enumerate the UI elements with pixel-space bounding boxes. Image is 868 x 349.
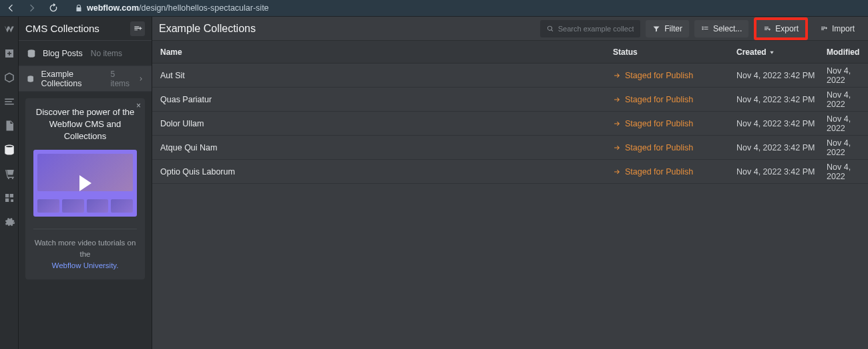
- search-box[interactable]: [540, 20, 640, 37]
- collection-name: Example Collections: [41, 70, 102, 88]
- filter-icon: [652, 25, 660, 33]
- cell-created: Nov 4, 2022 3:42 PM: [736, 119, 827, 128]
- chevron-right-icon: [138, 76, 144, 82]
- checklist-icon: [701, 25, 709, 33]
- export-icon: [763, 25, 771, 33]
- play-icon: [79, 175, 91, 191]
- select-label: Select...: [713, 24, 742, 33]
- browser-chrome: webflow.com/design/hellohellos-spectacul…: [0, 0, 868, 17]
- cell-name: Optio Quis Laborum: [159, 167, 613, 177]
- export-highlight: Export: [754, 17, 808, 40]
- rail-add[interactable]: [3, 47, 15, 60]
- lock-icon: [75, 4, 83, 12]
- cell-status: Staged for Publish: [613, 95, 736, 104]
- col-status[interactable]: Status: [613, 47, 736, 57]
- rail-assets[interactable]: [3, 192, 15, 204]
- close-icon[interactable]: ×: [136, 101, 141, 110]
- promo-footer-text: Watch more video tutorials on the: [35, 239, 136, 258]
- cell-status: Staged for Publish: [613, 143, 736, 152]
- cell-name: Aut Sit: [159, 71, 613, 80]
- tool-rail: [0, 17, 19, 349]
- cell-modified: Nov 4, 2022: [827, 90, 861, 109]
- export-button[interactable]: Export: [756, 20, 805, 37]
- promo-link[interactable]: Webflow University.: [52, 261, 119, 269]
- grid-body: Aut Sit Staged for Publish Nov 4, 2022 3…: [152, 64, 868, 184]
- back-icon[interactable]: [5, 3, 16, 13]
- cell-created: Nov 4, 2022 3:42 PM: [736, 71, 827, 80]
- collection-row[interactable]: Blog Posts No items: [19, 41, 152, 66]
- cell-name: Atque Qui Nam: [159, 143, 613, 152]
- table-row[interactable]: Optio Quis Laborum Staged for Publish No…: [152, 160, 868, 184]
- collections-list: Blog Posts No items Example Collections …: [19, 41, 152, 92]
- col-created-label: Created: [736, 47, 767, 57]
- add-collection-button[interactable]: [130, 21, 145, 36]
- left-panel: CMS Collections Blog Posts No items Exam…: [19, 17, 152, 349]
- collection-meta: No items: [91, 49, 122, 58]
- rail-components[interactable]: [3, 72, 15, 84]
- cell-created: Nov 4, 2022 3:42 PM: [736, 143, 827, 152]
- import-button[interactable]: Import: [813, 20, 861, 37]
- rail-pages[interactable]: [3, 120, 15, 132]
- url-bar[interactable]: webflow.com/design/hellohellos-spectacul…: [75, 3, 269, 13]
- database-icon: [27, 74, 34, 84]
- import-label: Import: [832, 24, 855, 33]
- col-name[interactable]: Name: [159, 47, 613, 57]
- url-domain: webflow.com: [87, 3, 139, 13]
- rail-logo[interactable]: [3, 23, 15, 35]
- rail-settings[interactable]: [3, 216, 15, 228]
- cell-modified: Nov 4, 2022: [827, 162, 861, 181]
- panel-title: CMS Collections: [25, 23, 99, 34]
- url-path: /design/hellohellos-spectacular-site: [139, 3, 269, 13]
- import-icon: [820, 25, 828, 33]
- arrow-right-icon: [613, 72, 621, 80]
- arrow-right-icon: [613, 120, 621, 128]
- arrow-right-icon: [613, 168, 621, 176]
- cell-created: Nov 4, 2022 3:42 PM: [736, 95, 827, 104]
- cell-name: Quas Pariatur: [159, 95, 613, 104]
- collection-name: Blog Posts: [43, 49, 83, 58]
- rail-navigator[interactable]: [3, 96, 15, 108]
- table-row[interactable]: Aut Sit Staged for Publish Nov 4, 2022 3…: [152, 64, 868, 88]
- cell-status: Staged for Publish: [613, 119, 736, 128]
- database-icon: [27, 49, 36, 58]
- promo-video[interactable]: [33, 150, 137, 217]
- filter-button[interactable]: Filter: [646, 20, 689, 37]
- cell-modified: Nov 4, 2022: [827, 66, 861, 85]
- cell-modified: Nov 4, 2022: [827, 138, 861, 157]
- cell-status: Staged for Publish: [613, 71, 736, 80]
- collection-row[interactable]: Example Collections 5 items: [19, 66, 152, 92]
- table-row[interactable]: Dolor Ullam Staged for Publish Nov 4, 20…: [152, 112, 868, 136]
- arrow-right-icon: [613, 96, 621, 104]
- promo-card: × Discover the power of the Webflow CMS …: [25, 98, 145, 279]
- rail-cms[interactable]: [3, 144, 15, 156]
- search-icon: [547, 25, 554, 33]
- export-label: Export: [775, 24, 799, 33]
- table-row[interactable]: Atque Qui Nam Staged for Publish Nov 4, …: [152, 136, 868, 160]
- reload-icon[interactable]: [48, 3, 59, 13]
- select-button[interactable]: Select...: [694, 20, 748, 37]
- cell-modified: Nov 4, 2022: [827, 114, 861, 133]
- cell-status: Staged for Publish: [613, 167, 736, 177]
- page-title: Example Collections: [159, 23, 535, 35]
- table-row[interactable]: Quas Pariatur Staged for Publish Nov 4, …: [152, 88, 868, 112]
- promo-title: Discover the power of the Webflow CMS an…: [33, 106, 137, 143]
- collection-meta: 5 items: [110, 70, 131, 88]
- col-modified[interactable]: Modified: [827, 47, 861, 57]
- grid-header: Name Status Created Modified: [152, 41, 868, 64]
- search-input[interactable]: [558, 25, 634, 33]
- col-created[interactable]: Created: [736, 47, 827, 57]
- filter-label: Filter: [664, 24, 682, 33]
- sort-desc-icon: [769, 49, 775, 55]
- main-panel: Example Collections Filter Select... Exp…: [152, 17, 868, 349]
- cell-name: Dolor Ullam: [159, 119, 613, 128]
- topbar: Example Collections Filter Select... Exp…: [152, 17, 868, 41]
- rail-ecommerce[interactable]: [3, 168, 15, 180]
- arrow-right-icon: [613, 144, 621, 152]
- cell-created: Nov 4, 2022 3:42 PM: [736, 167, 827, 177]
- forward-icon[interactable]: [27, 3, 37, 13]
